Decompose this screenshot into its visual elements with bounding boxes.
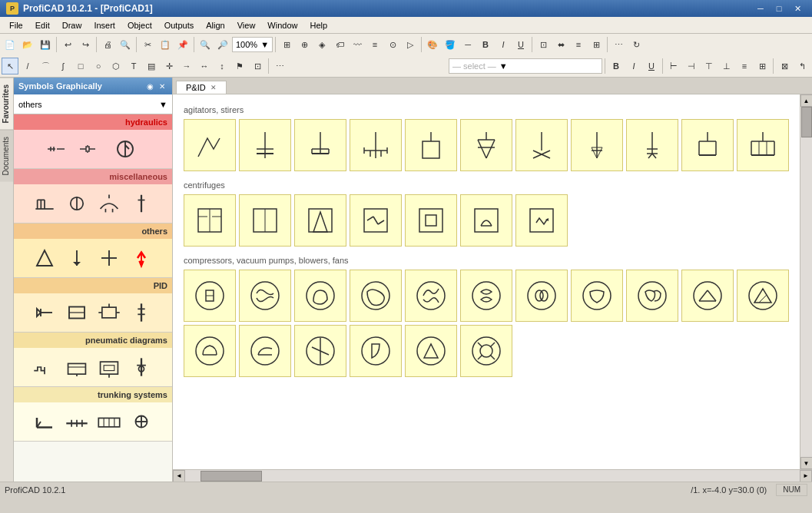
copy-button[interactable]: 📋 [157, 36, 174, 53]
menu-view[interactable]: View [231, 18, 262, 33]
grid-button[interactable]: ⊞ [278, 36, 295, 53]
sym-trunk-2[interactable] [62, 407, 91, 436]
bold2-button[interactable]: B [608, 58, 625, 74]
sym-misc-1[interactable] [30, 189, 59, 218]
sym-cell-ag-1[interactable] [184, 119, 236, 171]
sym-cell-ag-7[interactable] [515, 119, 568, 171]
sym-cell-ag-6[interactable] [460, 119, 512, 171]
tab-favourites[interactable]: Favourites [0, 78, 13, 130]
textbox-button[interactable]: ▤ [143, 58, 160, 74]
paste-button[interactable]: 📌 [174, 36, 191, 53]
fill-button[interactable]: 🪣 [442, 36, 459, 53]
sym-pneu-1[interactable] [30, 352, 59, 382]
sym-cell-co-15[interactable] [350, 325, 402, 377]
sym-misc-3[interactable] [94, 189, 124, 218]
sym-cell-cf-6[interactable] [460, 194, 512, 247]
cat-header-hydraulics[interactable]: hydraulics [14, 114, 172, 130]
symbols-pin-button[interactable]: ◉ [144, 81, 155, 91]
sym-misc-2[interactable] [62, 189, 91, 218]
hscroll-right-button[interactable]: ► [800, 470, 812, 482]
vscroll-track[interactable] [800, 107, 813, 457]
zoom-out-button[interactable]: 🔎 [214, 36, 231, 53]
menu-insert[interactable]: Insert [88, 18, 121, 33]
cat-header-pid[interactable]: PID [14, 278, 172, 293]
sym-others-1[interactable] [30, 243, 59, 273]
align-c-button[interactable]: ⊣ [683, 58, 700, 74]
cat-header-trunking[interactable]: trunking systems [14, 387, 172, 402]
cat-header-others[interactable]: others [14, 223, 172, 239]
sym-cell-co-12[interactable] [184, 325, 236, 377]
align-right-button[interactable]: ⊞ [588, 36, 605, 53]
vscroll-down-button[interactable]: ▼ [800, 457, 813, 469]
maximize-button[interactable]: □ [771, 2, 787, 15]
sym-cell-cf-2[interactable] [239, 194, 291, 247]
snap-button[interactable]: ⊕ [296, 36, 313, 53]
tag-button[interactable]: 🏷 [331, 36, 348, 53]
cursor-button[interactable]: ↖ [2, 58, 18, 74]
align-center-button[interactable]: ≡ [570, 36, 587, 53]
sym-cell-ag-5[interactable] [405, 119, 457, 171]
save-button[interactable]: 💾 [37, 36, 54, 53]
bold-button[interactable]: B [477, 36, 494, 53]
bezier-button[interactable]: ∫ [55, 58, 71, 74]
sym-cell-co-16[interactable] [405, 325, 457, 377]
dim2-button[interactable]: ↕ [214, 58, 230, 74]
menu-outputs[interactable]: Outputs [158, 18, 201, 33]
draw-more-button[interactable]: ⋯ [271, 58, 288, 74]
sym-cell-co-7[interactable] [515, 270, 568, 322]
color-button[interactable]: 🎨 [424, 36, 441, 53]
sym-cell-co-5[interactable] [405, 270, 457, 322]
new-button[interactable]: 📄 [2, 36, 18, 53]
select-button[interactable]: ⊡ [249, 58, 266, 74]
sym-cell-ag-2[interactable] [239, 119, 291, 171]
sym-pneu-4[interactable] [127, 352, 156, 382]
drawing-tab-pid[interactable]: P&ID ✕ [176, 81, 227, 94]
sym-icon-1[interactable] [46, 134, 75, 164]
sym-cell-co-2[interactable] [239, 270, 291, 322]
sym-cell-cf-5[interactable] [405, 194, 457, 247]
menu-window[interactable]: Window [261, 18, 303, 33]
italic2-button[interactable]: I [625, 58, 642, 74]
redo-button[interactable]: ↪ [77, 36, 94, 53]
sym-cell-co-11[interactable] [737, 270, 789, 322]
tab-documents[interactable]: Documents [0, 130, 13, 182]
sym-cell-ag-3[interactable] [294, 119, 346, 171]
cut-button[interactable]: ✂ [139, 36, 156, 53]
sym-pneu-3[interactable] [94, 352, 124, 382]
zoom-fit-button[interactable]: ⊡ [535, 36, 552, 53]
align-t-button[interactable]: ⊥ [718, 58, 735, 74]
sym-pid-3[interactable] [94, 298, 124, 327]
align-m-button[interactable]: ≡ [736, 58, 753, 74]
sym-trunk-4[interactable] [127, 407, 156, 436]
sym-trunk-3[interactable] [94, 407, 124, 436]
hscroll-thumb[interactable] [201, 471, 262, 482]
minimize-button[interactable]: ─ [752, 2, 769, 15]
ellipse-button[interactable]: ○ [90, 58, 107, 74]
undo-button[interactable]: ↩ [59, 36, 76, 53]
hscroll-left-button[interactable]: ◄ [173, 470, 185, 482]
sym-cell-cf-7[interactable] [515, 194, 568, 247]
sym-cell-co-6[interactable] [460, 270, 512, 322]
sym-cell-co-4[interactable] [350, 270, 402, 322]
sym-cell-ag-4[interactable] [350, 119, 402, 171]
sym-cell-ag-9[interactable] [626, 119, 678, 171]
poly-button[interactable]: ⬡ [108, 58, 124, 74]
more-button[interactable]: ⋯ [610, 36, 627, 53]
align-l-button[interactable]: ⊢ [665, 58, 682, 74]
sym-cell-ag-10[interactable] [681, 119, 734, 171]
sym-cell-co-14[interactable] [294, 325, 346, 377]
sym-cell-co-8[interactable] [571, 270, 623, 322]
junction-button[interactable]: ⊙ [384, 36, 401, 53]
sym-others-4[interactable] [127, 243, 156, 273]
symbol-button[interactable]: ◈ [313, 36, 330, 53]
sym-cell-ag-8[interactable] [571, 119, 623, 171]
tab-close-icon[interactable]: ✕ [210, 84, 217, 91]
sym-cell-co-17[interactable] [460, 325, 512, 377]
cross-button[interactable]: ✛ [161, 58, 177, 74]
open-button[interactable]: 📂 [19, 36, 36, 53]
sym-pid-1[interactable] [30, 298, 59, 327]
sym-cell-cf-3[interactable] [294, 194, 346, 247]
cat-header-pneumatic[interactable]: pneumatic diagrams [14, 333, 172, 348]
symbols-close-button[interactable]: ✕ [157, 81, 167, 91]
wire-button[interactable]: 〰 [349, 36, 366, 53]
